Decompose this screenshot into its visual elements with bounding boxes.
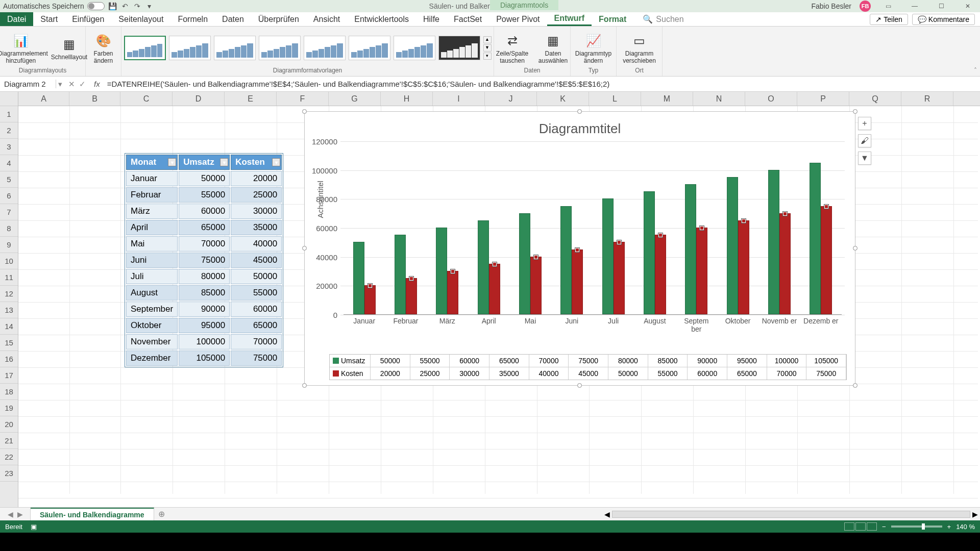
undo-icon[interactable]: ↶ — [121, 2, 129, 10]
bar-kosten[interactable] — [614, 242, 625, 314]
table-cell[interactable]: 45000 — [231, 253, 282, 268]
tab-start[interactable]: Start — [33, 12, 65, 26]
table-cell[interactable]: Dezember — [126, 350, 178, 366]
formula-input[interactable]: =DATENREIHE('Säulen- und Balkendiagramme… — [104, 80, 980, 88]
table-cell[interactable]: 20000 — [231, 171, 282, 186]
table-cell[interactable]: Juli — [126, 269, 178, 284]
col-header[interactable]: R — [901, 92, 953, 106]
table-header[interactable]: Kosten▾ — [231, 155, 282, 170]
row-headers[interactable]: 1234567891011121314151617181920212223 — [0, 92, 18, 507]
qat-more-icon[interactable]: ▾ — [145, 2, 154, 10]
bar-kosten[interactable] — [738, 220, 749, 314]
row-header[interactable]: 21 — [0, 433, 18, 449]
col-header[interactable]: N — [693, 92, 745, 106]
data-table[interactable]: Monat▾Umsatz▾Kosten▾ Januar5000020000Feb… — [125, 153, 283, 367]
add-chart-element-button[interactable]: 📊 Diagrammelement hinzufügen — [0, 31, 46, 65]
row-header[interactable]: 23 — [0, 465, 18, 482]
table-cell[interactable]: 50000 — [231, 269, 282, 284]
ribbon-options-icon[interactable]: ▭ — [879, 1, 897, 11]
table-cell[interactable]: Oktober — [126, 318, 178, 333]
col-header[interactable]: G — [329, 92, 381, 106]
bar-kosten[interactable] — [779, 213, 791, 314]
add-sheet-icon[interactable]: ⊕ — [154, 508, 169, 520]
tab-power pivot[interactable]: Power Pivot — [489, 12, 547, 26]
chart-styles-icon[interactable]: 🖌 — [858, 134, 871, 147]
gallery-up-icon[interactable]: ▲ — [483, 36, 492, 43]
close-icon[interactable]: ✕ — [959, 1, 977, 11]
col-header[interactable]: E — [225, 92, 277, 106]
col-header[interactable]: C — [120, 92, 173, 106]
col-header[interactable]: B — [69, 92, 120, 106]
minimize-icon[interactable]: — — [905, 1, 924, 11]
bar-umsatz[interactable] — [810, 163, 821, 315]
table-cell[interactable]: April — [126, 220, 178, 235]
column-headers[interactable]: ABCDEFGHIJKLMNOPQR — [18, 92, 980, 106]
tab-format[interactable]: Format — [592, 12, 633, 26]
row-header[interactable]: 18 — [0, 384, 18, 400]
chart-plot-area[interactable]: 020000400006000080000100000120000 — [340, 141, 845, 315]
chart-title[interactable]: Diagrammtitel — [305, 112, 855, 142]
table-cell[interactable]: 85000 — [179, 285, 230, 300]
table-cell[interactable]: 40000 — [231, 236, 282, 252]
col-header[interactable]: K — [537, 92, 589, 106]
chart-style-5[interactable] — [304, 36, 346, 60]
col-header[interactable]: O — [745, 92, 797, 106]
quick-layout-button[interactable]: ▦ Schnelllayout — [49, 34, 89, 62]
tab-entwurf[interactable]: Entwurf — [547, 12, 592, 26]
table-cell[interactable]: Mai — [126, 236, 178, 252]
row-header[interactable]: 19 — [0, 400, 18, 416]
col-header[interactable]: J — [485, 92, 537, 106]
bar-kosten[interactable] — [489, 264, 500, 314]
bar-kosten[interactable] — [530, 257, 542, 314]
col-header[interactable]: P — [797, 92, 849, 106]
bar-kosten[interactable] — [447, 271, 458, 314]
legend-entry[interactable]: Umsatz — [330, 355, 371, 367]
bar-kosten[interactable] — [406, 278, 417, 314]
table-cell[interactable]: 55000 — [179, 187, 230, 203]
table-header[interactable]: Monat▾ — [126, 155, 178, 170]
table-cell[interactable]: 65000 — [231, 318, 282, 333]
bar-kosten[interactable] — [696, 228, 707, 314]
bar-umsatz[interactable] — [768, 170, 779, 314]
tab-einfügen[interactable]: Einfügen — [65, 12, 111, 26]
select-data-button[interactable]: ▦ Daten auswählen — [535, 31, 572, 65]
col-header[interactable]: D — [173, 92, 225, 106]
chart-filters-icon[interactable]: ▼ — [858, 152, 871, 165]
row-header[interactable]: 1 — [0, 106, 18, 122]
bar-kosten[interactable] — [364, 285, 376, 314]
chart-data-table[interactable]: Umsatz5000055000600006500070000750008000… — [329, 354, 847, 380]
select-all-corner[interactable] — [0, 92, 18, 106]
table-cell[interactable]: 35000 — [231, 220, 282, 235]
bar-umsatz[interactable] — [602, 198, 614, 314]
table-cell[interactable]: 70000 — [179, 236, 230, 252]
table-cell[interactable]: Juni — [126, 253, 178, 268]
share-button[interactable]: ↗ Teilen — [870, 14, 908, 25]
table-cell[interactable]: 50000 — [179, 171, 230, 186]
row-header[interactable]: 10 — [0, 253, 18, 269]
table-cell[interactable]: September — [126, 302, 178, 317]
search-box[interactable]: 🔍 Suchen — [643, 12, 683, 26]
gallery-more-icon[interactable]: ▾ — [483, 53, 492, 60]
row-header[interactable]: 12 — [0, 286, 18, 302]
row-header[interactable]: 4 — [0, 155, 18, 171]
accept-formula-icon[interactable]: ✓ — [79, 80, 86, 89]
row-header[interactable]: 9 — [0, 237, 18, 253]
chart-styles-gallery[interactable]: ▲ ▼ ▾ — [124, 29, 492, 67]
row-header[interactable]: 15 — [0, 335, 18, 351]
table-cell[interactable]: 65000 — [179, 220, 230, 235]
col-header[interactable]: F — [277, 92, 329, 106]
row-header[interactable]: 11 — [0, 269, 18, 286]
tab-entwicklertools[interactable]: Entwicklertools — [347, 12, 416, 26]
save-icon[interactable]: 💾 — [109, 2, 117, 10]
horizontal-scrollbar[interactable]: ◀▶ — [602, 508, 980, 520]
row-header[interactable]: 13 — [0, 302, 18, 318]
autosave-toggle[interactable]: Automatisches Speichern — [3, 2, 105, 10]
fx-icon[interactable]: fx — [90, 80, 104, 88]
worksheet-grid[interactable]: 1234567891011121314151617181920212223 AB… — [0, 92, 980, 507]
bar-umsatz[interactable] — [727, 177, 738, 314]
zoom-slider[interactable] — [891, 525, 942, 528]
table-cell[interactable]: Februar — [126, 187, 178, 203]
table-cell[interactable]: 75000 — [179, 253, 230, 268]
tab-ansicht[interactable]: Ansicht — [306, 12, 347, 26]
table-cell[interactable]: 90000 — [179, 302, 230, 317]
